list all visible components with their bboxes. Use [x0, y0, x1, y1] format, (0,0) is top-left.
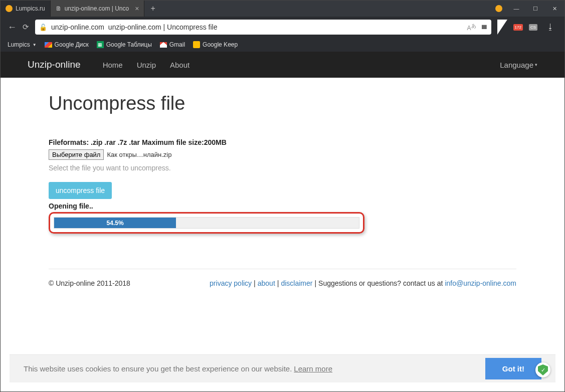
download-icon[interactable]: ⭳: [543, 23, 557, 32]
disclaimer-link[interactable]: disclaimer: [281, 279, 312, 287]
cookie-accept-button[interactable]: Got it!: [485, 358, 541, 379]
bookmark-keep[interactable]: Google Keep: [193, 41, 238, 48]
new-tab-button[interactable]: +: [144, 4, 161, 13]
status-text: Opening file..: [49, 202, 516, 210]
window-controls: — ☐ ✕: [495, 5, 564, 12]
url-domain: unzip-online.com: [51, 23, 104, 31]
bookmark-icon[interactable]: ⯀: [481, 24, 487, 31]
contact-email[interactable]: info@unzip-online.com: [445, 279, 516, 287]
close-icon[interactable]: ×: [135, 5, 139, 13]
tab-unzip[interactable]: 🗎 unzip-online.com | Unco ×: [51, 1, 145, 17]
drive-icon: [45, 42, 52, 48]
page-content: Uncompress file Fileformats: .zip .rar .…: [1, 78, 564, 302]
gmail-icon: [160, 42, 167, 48]
tab-label: Lumpics.ru: [16, 5, 45, 12]
nav-about[interactable]: About: [163, 61, 197, 69]
brand-link[interactable]: Unzip-online: [28, 59, 81, 70]
about-link[interactable]: about: [258, 279, 275, 287]
sheets-icon: ▦: [97, 41, 104, 48]
addr-actions: Aあ ⯀: [467, 23, 487, 32]
selected-filename: Как откры…нлайн.zip: [107, 151, 171, 158]
file-icon: 🗎: [56, 5, 62, 12]
keep-icon: [193, 41, 200, 48]
url-title: unzip-online.com | Uncompress file: [108, 23, 218, 31]
back-button[interactable]: ←: [8, 22, 17, 33]
helper-text: Select the file you want to uncompress.: [49, 164, 516, 172]
tab-label: unzip-online.com | Unco: [65, 5, 129, 12]
security-shield-icon[interactable]: ✓: [535, 362, 550, 377]
choose-file-button[interactable]: Выберите файл: [49, 149, 104, 160]
reload-button[interactable]: ⟳: [23, 23, 29, 32]
bookmark-sheets[interactable]: ▦Google Таблицы: [97, 41, 152, 48]
url-box[interactable]: 🔓 unzip-online.com unzip-online.com | Un…: [35, 20, 491, 35]
check-icon: ✓: [538, 364, 548, 375]
contact-text: Suggestions or questions? contact us at: [318, 279, 443, 287]
cookie-text: This website uses cookies to ensure you …: [24, 364, 292, 373]
page-heading: Uncompress file: [49, 93, 516, 114]
learn-more-link[interactable]: Learn more: [294, 364, 332, 373]
favicon-icon: [6, 5, 13, 12]
extension-icon[interactable]: [495, 5, 502, 12]
privacy-link[interactable]: privacy policy: [210, 279, 252, 287]
bookmark-lumpics[interactable]: Lumpics▼: [8, 41, 37, 48]
nav-home[interactable]: Home: [96, 61, 130, 69]
footer: © Unzip-online 2011-2018 privacy policy …: [49, 279, 516, 287]
progress-fill: 54.5%: [54, 218, 176, 228]
address-bar: ← ⟳ 🔓 unzip-online.com unzip-online.com …: [1, 17, 564, 38]
tab-strip: Lumpics.ru 🗎 unzip-online.com | Unco × +…: [1, 1, 564, 17]
progress-bar: 54.5%: [54, 217, 359, 229]
cookie-banner: This website uses cookies to ensure you …: [10, 354, 555, 382]
file-input-row: Выберите файл Как откры…нлайн.zip: [49, 149, 516, 160]
close-button[interactable]: ✕: [549, 6, 559, 12]
maximize-button[interactable]: ☐: [530, 6, 540, 12]
nav-unzip[interactable]: Unzip: [130, 61, 163, 69]
translate-icon[interactable]: Aあ: [467, 23, 476, 32]
bookmarks-bar: Lumpics▼ Google Диск ▦Google Таблицы Gma…: [1, 38, 564, 52]
bookmark-drive[interactable]: Google Диск: [45, 41, 89, 48]
file-formats-text: Fileformats: .zip .rar .7z .tar Maximum …: [49, 138, 516, 146]
site-navbar: Unzip-online Home Unzip About Language▾: [1, 52, 564, 78]
copyright: © Unzip-online 2011-2018: [49, 279, 130, 287]
lock-icon: 🔓: [39, 24, 47, 31]
chevron-down-icon: ▾: [535, 62, 537, 67]
divider: [49, 269, 516, 269]
uncompress-button[interactable]: uncompress file: [49, 182, 112, 199]
language-dropdown[interactable]: Language▾: [500, 61, 537, 69]
progress-highlight: 54.5%: [49, 212, 364, 234]
tab-lumpics[interactable]: Lumpics.ru: [1, 1, 51, 17]
bookmark-gmail[interactable]: Gmail: [160, 41, 185, 48]
addr-corner: [497, 20, 507, 35]
cs-icon[interactable]: CS: [529, 24, 537, 31]
calendar-icon[interactable]: 172: [513, 24, 523, 31]
minimize-button[interactable]: —: [511, 6, 521, 12]
